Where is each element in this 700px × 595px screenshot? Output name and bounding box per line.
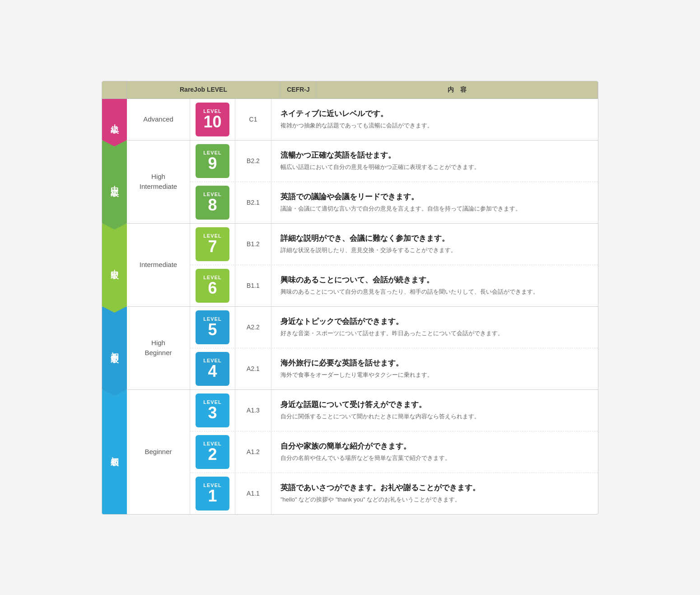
content-cell-10: ネイティブに近いレベルです。複雑かつ抽象的な話題であっても流暢に会話ができます。 xyxy=(271,99,598,140)
section-name-high-beginner: HighBeginner xyxy=(127,307,190,389)
level-row-3: LEVEL 3 A1.3身近な話題について受け答えができます。自分に関係すること… xyxy=(190,390,598,431)
content-title-5: 身近なトピックで会話ができます。 xyxy=(280,316,589,327)
grade-label-text-intermediate: 中級 xyxy=(109,263,120,267)
grade-label-bar-intermediate: 中級 xyxy=(102,224,127,306)
section-advanced: 上級 Advanced LEVEL 10 C1ネイティブに近いレベルです。複雑か… xyxy=(102,99,598,141)
table-header: RareJob LEVEL CEFR-J 内 容 xyxy=(102,81,598,99)
section-beginner: 初級Beginner LEVEL 3 A1.3身近な話題について受け答えができま… xyxy=(102,390,598,514)
section-name-advanced: Advanced xyxy=(127,99,190,140)
content-title-4: 海外旅行に必要な英語を話せます。 xyxy=(280,358,589,368)
grade-arrow-high-intermediate xyxy=(102,223,127,230)
badge-num-4: 4 xyxy=(208,363,217,379)
content-cell-4: 海外旅行に必要な英語を話せます。海外で食事をオーダーしたり電車やタクシーに乗れま… xyxy=(271,348,598,389)
cefr-cell-4: A2.1 xyxy=(235,348,271,389)
level-badge-3: LEVEL 3 xyxy=(196,394,229,427)
level-badge-1: LEVEL 1 xyxy=(196,477,229,511)
content-desc-8: 議論・会議にて適切な言い方で自分の意見を言えます。自信を持って議論に参加できます… xyxy=(280,204,589,214)
sub-rows-high-intermediate: LEVEL 9 B2.2流暢かつ正確な英語を話せます。幅広い話題において自分の意… xyxy=(190,141,598,223)
badge-col-8: LEVEL 8 xyxy=(190,182,235,223)
table-body: 上級 Advanced LEVEL 10 C1ネイティブに近いレベルです。複雑か… xyxy=(102,99,598,514)
sub-rows-beginner: LEVEL 3 A1.3身近な話題について受け答えができます。自分に関係すること… xyxy=(190,390,598,514)
badge-col-9: LEVEL 9 xyxy=(190,141,235,182)
cefr-cell-6: B1.1 xyxy=(235,265,271,306)
section-name-beginner: Beginner xyxy=(127,390,190,514)
cefr-cell-9: B2.2 xyxy=(235,141,271,182)
badge-col-7: LEVEL 7 xyxy=(190,224,235,265)
grade-label-text-high-beginner: 初中級 xyxy=(109,345,120,351)
cefr-cell-2: A1.2 xyxy=(235,431,271,473)
cefr-cell-8: B2.1 xyxy=(235,182,271,223)
badge-col-1: LEVEL 1 xyxy=(190,473,235,514)
grade-arrow-intermediate xyxy=(102,306,127,313)
cefr-cell-1: A1.1 xyxy=(235,473,271,514)
badge-col-5: LEVEL 5 xyxy=(190,307,235,348)
level-row-7: LEVEL 7 B1.2詳細な説明ができ、会議に難なく参加できます。詳細な状況を… xyxy=(190,224,598,265)
grade-label-text-high-intermediate: 中上級 xyxy=(109,179,120,184)
content-cell-7: 詳細な説明ができ、会議に難なく参加できます。詳細な状況を説明したり、意見交換・交… xyxy=(271,224,598,265)
badge-num-1: 1 xyxy=(208,488,217,504)
badge-col-6: LEVEL 6 xyxy=(190,265,235,306)
section-name-high-intermediate: HighIntermediate xyxy=(127,141,190,223)
level-table: RareJob LEVEL CEFR-J 内 容 上級 Advanced LEV… xyxy=(102,81,598,515)
badge-num-10: 10 xyxy=(203,114,221,130)
badge-num-8: 8 xyxy=(208,197,217,213)
level-row-4: LEVEL 4 A2.1海外旅行に必要な英語を話せます。海外で食事をオーダーした… xyxy=(190,348,598,389)
cefr-cell-10: C1 xyxy=(235,99,271,140)
sub-rows-high-beginner: LEVEL 5 A2.2身近なトピックで会話ができます。好きな音楽・スポーツにつ… xyxy=(190,307,598,389)
header-cefr: CEFR-J xyxy=(280,81,317,98)
content-desc-10: 複雑かつ抽象的な話題であっても流暢に会話ができます。 xyxy=(280,121,589,131)
header-rarejob: RareJob LEVEL xyxy=(127,81,280,98)
grade-label-bar-high-intermediate: 中上級 xyxy=(102,141,127,223)
section-right-high-intermediate: HighIntermediate LEVEL 9 B2.2流暢かつ正確な英語を話… xyxy=(127,141,598,223)
content-title-2: 自分や家族の簡単な紹介ができます。 xyxy=(280,441,589,451)
grade-label-text-beginner: 初級 xyxy=(109,450,120,454)
content-cell-6: 興味のあることについて、会話が続きます。興味のあることについて自分の意見を言った… xyxy=(271,265,598,306)
level-row-6: LEVEL 6 B1.1興味のあることについて、会話が続きます。興味のあることに… xyxy=(190,265,598,306)
grade-label-bar-high-beginner: 初中級 xyxy=(102,307,127,389)
level-badge-9: LEVEL 9 xyxy=(196,144,229,178)
grade-arrow-advanced xyxy=(102,140,127,146)
cefr-cell-7: B1.2 xyxy=(235,224,271,265)
section-right-intermediate: Intermediate LEVEL 7 B1.2詳細な説明ができ、会議に難なく… xyxy=(127,224,598,306)
level-badge-10: LEVEL 10 xyxy=(196,103,229,136)
section-high-beginner: 初中級 HighBeginner LEVEL 5 A2.2身近なトピックで会話が… xyxy=(102,307,598,390)
content-title-10: ネイティブに近いレベルです。 xyxy=(280,108,589,119)
grade-arrow-high-beginner xyxy=(102,389,127,396)
badge-num-7: 7 xyxy=(208,239,217,255)
cefr-cell-5: A2.2 xyxy=(235,307,271,348)
content-desc-3: 自分に関係することについて聞かれたときに簡単な内容なら答えられます。 xyxy=(280,412,589,422)
content-desc-2: 自分の名前や住んでいる場所などを簡単な言葉で紹介できます。 xyxy=(280,454,589,463)
level-row-10: LEVEL 10 C1ネイティブに近いレベルです。複雑かつ抽象的な話題であっても… xyxy=(190,99,598,140)
badge-col-4: LEVEL 4 xyxy=(190,348,235,389)
content-title-8: 英語での議論や会議をリードできます。 xyxy=(280,192,589,202)
level-badge-2: LEVEL 2 xyxy=(196,435,229,469)
level-row-5: LEVEL 5 A2.2身近なトピックで会話ができます。好きな音楽・スポーツにつ… xyxy=(190,307,598,348)
svg-marker-3 xyxy=(102,389,127,396)
section-right-high-beginner: HighBeginner LEVEL 5 A2.2身近なトピックで会話ができます… xyxy=(127,307,598,389)
sub-rows-intermediate: LEVEL 7 B1.2詳細な説明ができ、会議に難なく参加できます。詳細な状況を… xyxy=(190,224,598,306)
section-intermediate: 中級 Intermediate LEVEL 7 B1.2詳細な説明ができ、会議に… xyxy=(102,224,598,307)
content-title-9: 流暢かつ正確な英語を話せます。 xyxy=(280,150,589,160)
content-desc-6: 興味のあることについて自分の意見を言ったり、相手の話を聞いたりして、長い会話がで… xyxy=(280,287,589,297)
grade-label-text-advanced: 上級 xyxy=(109,117,120,121)
level-row-9: LEVEL 9 B2.2流暢かつ正確な英語を話せます。幅広い話題において自分の意… xyxy=(190,141,598,182)
content-title-7: 詳細な説明ができ、会議に難なく参加できます。 xyxy=(280,233,589,244)
section-right-beginner: Beginner LEVEL 3 A1.3身近な話題について受け答えができます。… xyxy=(127,390,598,514)
content-title-1: 英語であいさつができます。お礼や謝ることができます。 xyxy=(280,483,589,493)
badge-num-3: 3 xyxy=(208,405,217,421)
badge-num-2: 2 xyxy=(208,446,217,463)
content-title-3: 身近な話題について受け答えができます。 xyxy=(280,399,589,410)
section-high-intermediate: 中上級 HighIntermediate LEVEL 9 B2.2流暢かつ正確な… xyxy=(102,141,598,224)
content-desc-1: "hello" などの挨拶や "thank you" などのお礼をいうことができ… xyxy=(280,495,589,505)
sub-rows-advanced: LEVEL 10 C1ネイティブに近いレベルです。複雑かつ抽象的な話題であっても… xyxy=(190,99,598,140)
content-cell-1: 英語であいさつができます。お礼や謝ることができます。"hello" などの挨拶や… xyxy=(271,473,598,514)
content-cell-2: 自分や家族の簡単な紹介ができます。自分の名前や住んでいる場所などを簡単な言葉で紹… xyxy=(271,431,598,473)
content-desc-5: 好きな音楽・スポーツについて話せます。昨日あったことについて会話ができます。 xyxy=(280,329,589,338)
content-desc-7: 詳細な状況を説明したり、意見交換・交渉をすることができます。 xyxy=(280,246,589,255)
badge-num-5: 5 xyxy=(208,322,217,338)
level-row-8: LEVEL 8 B2.1英語での議論や会議をリードできます。議論・会議にて適切な… xyxy=(190,182,598,223)
badge-col-10: LEVEL 10 xyxy=(190,99,235,140)
badge-num-9: 9 xyxy=(208,155,217,172)
level-badge-4: LEVEL 4 xyxy=(196,352,229,386)
level-row-2: LEVEL 2 A1.2自分や家族の簡単な紹介ができます。自分の名前や住んでいる… xyxy=(190,431,598,473)
